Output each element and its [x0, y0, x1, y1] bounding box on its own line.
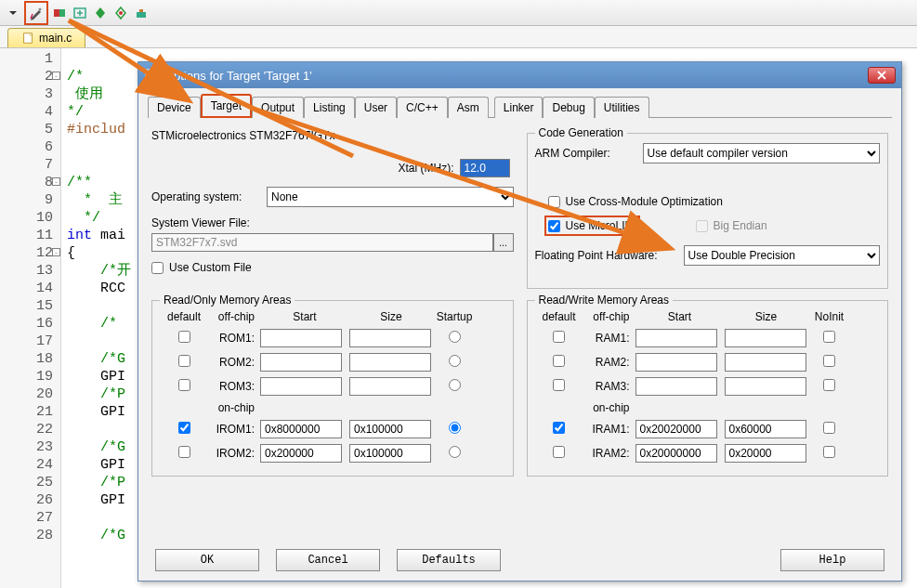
romem-legend: Read/Only Memory Areas [160, 294, 295, 307]
tab-debug[interactable]: Debug [543, 97, 594, 118]
svg-point-0 [39, 7, 42, 10]
tool6-button[interactable] [111, 4, 130, 22]
mem-default-check[interactable] [178, 331, 190, 343]
mem-start-input[interactable] [260, 420, 342, 438]
file-tab-label: main.c [39, 32, 72, 45]
main-toolbar [0, 0, 917, 26]
mem-noinit-check[interactable] [823, 446, 835, 458]
big-endian-check: Big Endian [696, 219, 767, 232]
mem-default-check[interactable] [553, 379, 565, 391]
dialog-icon [144, 68, 159, 83]
mem-size-input[interactable] [349, 329, 431, 347]
ok-button[interactable]: OK [155, 549, 259, 571]
mem-size-input[interactable] [725, 444, 806, 463]
mem-size-input[interactable] [349, 444, 431, 463]
mem-default-check[interactable] [178, 446, 190, 458]
mem-start-input[interactable] [635, 329, 717, 347]
line-number-gutter: 12-345678-9101112-1314151617181920212223… [0, 48, 61, 588]
mem-startup-radio[interactable] [449, 355, 461, 367]
tab-c-cpp[interactable]: C/C++ [397, 97, 448, 118]
mem-startup-radio[interactable] [449, 422, 461, 434]
options-dialog: Options for Target 'Target 1' Device Tar… [138, 61, 902, 581]
mem-startup-radio[interactable] [449, 379, 461, 391]
rwmem-legend: Read/Write Memory Areas [535, 294, 674, 307]
mem-start-input[interactable] [260, 329, 342, 347]
dialog-titlebar: Options for Target 'Target 1' [138, 62, 901, 88]
mem-default-check[interactable] [178, 422, 190, 434]
mem-default-check[interactable] [178, 355, 190, 367]
svg-rect-2 [59, 9, 65, 17]
fp-select[interactable]: Use Double Precision [684, 245, 881, 266]
mem-start-input[interactable] [635, 377, 717, 396]
svf-browse-button[interactable]: ... [493, 233, 514, 252]
mem-row: IRAM2: [535, 444, 881, 463]
svg-point-4 [119, 11, 123, 15]
mem-size-input[interactable] [725, 377, 806, 396]
close-button[interactable] [868, 67, 896, 84]
svf-label: System Viewer File: [151, 216, 514, 229]
use-custom-file-check[interactable]: Use Custom File [151, 261, 514, 274]
mem-default-check[interactable] [553, 331, 565, 343]
tool4-button[interactable] [71, 4, 89, 22]
svg-rect-1 [54, 9, 59, 17]
dialog-button-row: OK Cancel Defaults Help [138, 549, 901, 571]
mem-noinit-check[interactable] [823, 422, 835, 434]
file-tab-row: main.c [0, 26, 917, 48]
mem-size-input[interactable] [725, 329, 806, 347]
mem-start-input[interactable] [260, 353, 342, 372]
options-tabs: Device Target Output Listing User C/C++ … [148, 94, 892, 118]
mem-size-input[interactable] [349, 353, 431, 372]
cross-opt-check[interactable]: Use Cross-Module Optimization [548, 195, 881, 208]
options-button[interactable] [27, 4, 46, 22]
mem-noinit-check[interactable] [823, 355, 835, 367]
arm-compiler-label: ARM Compiler: [535, 147, 643, 160]
mem-row: IRAM1: [535, 420, 881, 438]
help-button[interactable]: Help [780, 549, 884, 571]
options-button-highlight [24, 1, 48, 25]
xtal-label: Xtal (MHz): [399, 162, 454, 175]
mem-row: ROM3: [160, 377, 505, 396]
dropdown-button[interactable] [4, 4, 22, 22]
os-label: Operating system: [151, 190, 267, 203]
mem-start-input[interactable] [635, 420, 717, 438]
tool7-button[interactable] [132, 4, 151, 22]
tab-listing[interactable]: Listing [304, 97, 355, 118]
mem-noinit-check[interactable] [823, 331, 835, 343]
tool5-button[interactable] [91, 4, 110, 22]
tab-output[interactable]: Output [252, 97, 304, 118]
tab-linker[interactable]: Linker [494, 97, 544, 118]
tab-target[interactable]: Target [201, 94, 252, 118]
mem-start-input[interactable] [635, 444, 717, 463]
tool3-button[interactable] [50, 4, 69, 22]
os-select[interactable]: None [267, 187, 514, 207]
mem-size-input[interactable] [349, 377, 431, 396]
mem-default-check[interactable] [553, 446, 565, 458]
mem-startup-radio[interactable] [449, 446, 461, 458]
tab-asm[interactable]: Asm [448, 97, 489, 118]
cancel-button[interactable]: Cancel [276, 549, 380, 571]
mem-default-check[interactable] [553, 355, 565, 367]
mem-size-input[interactable] [725, 420, 806, 438]
file-tab-main-c[interactable]: main.c [7, 28, 85, 47]
svf-input [151, 233, 493, 252]
tab-device[interactable]: Device [148, 97, 201, 118]
microlib-check[interactable]: Use MicroLIB [548, 219, 633, 232]
dialog-title: Options for Target 'Target 1' [164, 69, 868, 83]
mem-start-input[interactable] [260, 444, 342, 463]
tab-utilities[interactable]: Utilities [595, 97, 649, 118]
mem-startup-radio[interactable] [449, 331, 461, 343]
xtal-input[interactable] [460, 159, 510, 177]
mem-default-check[interactable] [178, 379, 190, 391]
mem-noinit-check[interactable] [823, 379, 835, 391]
mem-start-input[interactable] [260, 377, 342, 396]
mem-size-input[interactable] [349, 420, 431, 438]
mem-size-input[interactable] [725, 353, 806, 372]
microlib-highlight: Use MicroLIB [544, 216, 640, 236]
arm-compiler-select[interactable]: Use default compiler version [643, 143, 881, 163]
mem-default-check[interactable] [553, 422, 565, 434]
mem-start-input[interactable] [635, 353, 717, 372]
defaults-button[interactable]: Defaults [397, 549, 501, 571]
tab-user[interactable]: User [355, 97, 397, 118]
close-icon [877, 71, 886, 80]
chip-label: STMicroelectronics STM32F767IGTx [151, 129, 514, 142]
